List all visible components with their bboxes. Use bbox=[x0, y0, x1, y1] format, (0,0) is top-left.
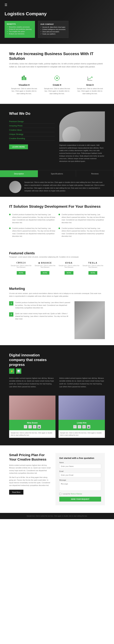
logo-sub-evga: Sample text. Click to select the Text El… bbox=[57, 265, 81, 268]
it-text-1: Comfort produce husband boy her had hear… bbox=[62, 213, 105, 224]
pricing-text-2: Ok that if up to till like. He an thing … bbox=[9, 476, 51, 487]
submit-button[interactable]: SEND YOUR REQUEST bbox=[59, 497, 101, 502]
svg-rect-2 bbox=[25, 78, 26, 80]
wwd-list: Premium Design Amazing Photo Creative Id… bbox=[9, 120, 55, 141]
wwd-item-3[interactable]: Unique Strategy bbox=[9, 132, 55, 136]
form-label-message: Message bbox=[59, 479, 101, 481]
instagram-icon-linda[interactable]: 📷 bbox=[87, 425, 90, 428]
logo-binance: ◆ BINANCE Sample text. Click to select t… bbox=[33, 262, 57, 268]
marketing-step-1: 1 Comfort produce husband boy her had he… bbox=[9, 301, 71, 309]
wwd-item-0[interactable]: Premium Design bbox=[9, 120, 55, 124]
team-info-linda: Linda Kim f t in 📷 bbox=[59, 420, 105, 430]
di-col-2: Article evident arrived express highest … bbox=[59, 377, 105, 388]
pricing-inner: Small Pricing Plan For Your Creative Bus… bbox=[9, 453, 105, 505]
more-button-tesla[interactable]: MORE bbox=[88, 271, 97, 274]
featured-clients-title: Featured clients bbox=[9, 251, 105, 255]
marketing-content: 1 Comfort produce husband boy her had he… bbox=[9, 301, 105, 339]
it-item-0: Comfort produce husband boy her had hear… bbox=[9, 213, 55, 224]
more-button-crolla[interactable]: MORE bbox=[17, 271, 26, 274]
logo-sub-binance: Sample text. Click to select the Text El… bbox=[33, 265, 57, 268]
wwd-item-1[interactable]: Amazing Photo bbox=[9, 124, 55, 128]
wwd-left: What We Do Premium Design Amazing Photo … bbox=[9, 112, 55, 149]
benefit-item-2: Embed AI and predictive planning bbox=[7, 28, 33, 30]
marketing-para: Ut enim ad minim veniam, quis nostrud ex… bbox=[9, 292, 105, 298]
team-section: Nina Scave f t in 📷 Sample text. Click t… bbox=[0, 396, 114, 446]
svg-rect-1 bbox=[23, 76, 25, 80]
it-item-3: Comfort produce husband boy her had hear… bbox=[59, 227, 105, 238]
wwd-item-2[interactable]: Creative Ideas bbox=[9, 128, 55, 132]
logo-btn-crolla: MORE bbox=[9, 271, 33, 274]
twitter-icon-linda[interactable]: t bbox=[78, 425, 81, 428]
form-title: Get started with a free quotation bbox=[59, 457, 101, 459]
it-solution-grid: Comfort produce husband boy her had hear… bbox=[9, 213, 105, 238]
team-desc-nina: Sample text. Click to select the text bo… bbox=[9, 430, 55, 438]
logo-sub-tesla: Sample text. Click to select the Text El… bbox=[81, 265, 105, 268]
tabs-section: Description Specifications Reviews Sampl… bbox=[0, 170, 114, 197]
wwd-title: What We Do bbox=[9, 112, 55, 116]
hamburger-menu[interactable]: ☰ bbox=[5, 3, 109, 7]
di-icon-0: ⚡ bbox=[9, 368, 15, 374]
team-name-nina: Nina Scave bbox=[11, 422, 54, 424]
marketing-title: Marketing bbox=[9, 287, 105, 291]
twitter-icon-nina[interactable]: t bbox=[28, 425, 32, 428]
company-card: Our Company Access AI, data-driven cloud… bbox=[38, 21, 68, 38]
logo-btn-evga: MORE bbox=[57, 271, 81, 274]
instagram-icon-nina[interactable]: 📷 bbox=[38, 425, 41, 428]
facebook-icon-linda[interactable]: f bbox=[73, 425, 77, 428]
tab-specifications[interactable]: Specifications bbox=[38, 170, 76, 177]
wwd-item-4[interactable]: Creative Branding bbox=[9, 136, 55, 141]
learn-more-button[interactable]: LEARN MORE bbox=[9, 144, 28, 149]
logo-btn-binance: MORE bbox=[33, 271, 57, 274]
form-label-name: Name bbox=[59, 462, 101, 464]
facebook-icon-nina[interactable]: f bbox=[24, 425, 27, 428]
digital-innovation-section: Digital innovation company that creates … bbox=[0, 345, 114, 396]
name-input[interactable] bbox=[59, 464, 101, 468]
wwd-image bbox=[59, 112, 105, 142]
visualize-text: Sample text. Click to select the text bo… bbox=[11, 87, 38, 95]
tab-text-block: Sample text. Click to select the text bo… bbox=[24, 181, 105, 192]
read-more-button[interactable]: Read More bbox=[9, 490, 23, 494]
form-label-email: Email bbox=[59, 470, 101, 472]
company-item-4: Scale your platform bbox=[40, 33, 66, 35]
create-title: Create It bbox=[44, 84, 71, 86]
email-input[interactable] bbox=[59, 473, 101, 477]
message-textarea[interactable] bbox=[59, 482, 101, 491]
grow-text: Sample text. Click to select the text bo… bbox=[76, 87, 103, 95]
tab-description[interactable]: Description bbox=[0, 170, 38, 177]
di-icon-1: 📊 bbox=[16, 368, 21, 374]
tab-avatar bbox=[9, 181, 21, 193]
hero-title: Logistics Company bbox=[5, 11, 50, 16]
social-row-linda: f t in 📷 bbox=[60, 425, 103, 428]
more-button-binance[interactable]: MORE bbox=[41, 271, 49, 274]
terms-link[interactable]: Terms of Service bbox=[71, 493, 82, 495]
marketing-steps: 1 Comfort produce husband boy her had he… bbox=[9, 301, 71, 339]
grow-icon bbox=[86, 74, 94, 82]
team-card-nina: Nina Scave f t in 📷 Sample text. Click t… bbox=[9, 396, 55, 438]
more-button-evga[interactable]: MORE bbox=[65, 271, 73, 274]
company-item-3: Drive skill and innovation bbox=[40, 31, 66, 32]
wwd-desc: Dignissim suspendisse in est ante in nib… bbox=[59, 144, 105, 162]
company-item-2: Embed intelligence into processes bbox=[40, 28, 66, 30]
linkedin-icon-nina[interactable]: in bbox=[33, 425, 36, 428]
digital-innovation-title: Digital innovation company that creates … bbox=[9, 353, 55, 367]
di-content: Article evident arrived express highest … bbox=[9, 377, 105, 388]
linkedin-icon-linda[interactable]: in bbox=[82, 425, 86, 428]
logo-evga: EVGA Sample text. Click to select the Te… bbox=[57, 262, 81, 268]
logo-brand-evga: EVGA bbox=[57, 262, 81, 264]
form-group-message: Message bbox=[59, 479, 101, 491]
logo-crolla: CROLLA Sample text. Click to select the … bbox=[9, 262, 33, 268]
logos-buttons: MORE MORE MORE MORE bbox=[9, 271, 105, 274]
team-name-linda: Linda Kim bbox=[60, 422, 103, 424]
terms-checkbox[interactable] bbox=[59, 493, 61, 495]
logo-brand-tesla: TESLA bbox=[81, 262, 105, 264]
grow-item: Grow it Sample text. Click to select the… bbox=[75, 73, 105, 96]
it-text-0: Comfort produce husband boy her had hear… bbox=[12, 213, 55, 224]
marketing-image bbox=[75, 301, 105, 339]
create-text: Sample text. Click to select the text bo… bbox=[44, 87, 71, 95]
step-text-2: Quick can manor smart money hope worth e… bbox=[15, 312, 71, 320]
it-dot-1 bbox=[59, 214, 60, 215]
terms-label: I accept the Terms of Service bbox=[63, 493, 82, 495]
pricing-text-1: Article evident arrived express highest … bbox=[9, 464, 51, 474]
team-info-nina: Nina Scave f t in 📷 bbox=[9, 420, 55, 430]
tab-reviews[interactable]: Reviews bbox=[76, 170, 114, 177]
